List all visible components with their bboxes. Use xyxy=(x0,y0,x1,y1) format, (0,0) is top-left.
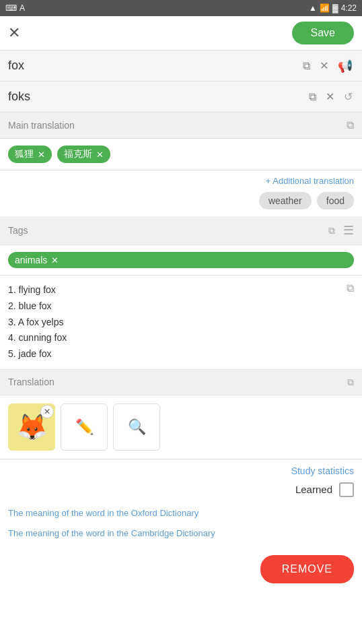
image-area: 🦊 ✕ ✏️ 🔍 xyxy=(0,395,362,459)
reload-phonetic-button[interactable]: ↺ xyxy=(342,89,354,104)
status-bar: ⌨ A ▲ 📶 ▓ 4:22 xyxy=(0,0,362,16)
search-image-icon: 🔍 xyxy=(128,418,146,436)
copy-tags-icon[interactable]: ⧉ xyxy=(328,225,335,236)
tags-label: Tags xyxy=(8,225,28,236)
tag-food[interactable]: food xyxy=(317,192,354,210)
tag-suggestions: weather food xyxy=(0,189,362,216)
oxford-link[interactable]: The meaning of the word in the Oxford Di… xyxy=(8,508,198,518)
tags-row: Tags ⧉ ☰ xyxy=(0,216,362,245)
sim-icon: 📶 xyxy=(320,3,330,13)
phonetic-input[interactable] xyxy=(8,84,307,109)
close-button[interactable]: ✕ xyxy=(8,26,20,40)
tag-weather[interactable]: weather xyxy=(259,192,312,210)
chip-animals-label: animals xyxy=(15,255,47,265)
chip-fukesu[interactable]: 福克斯 ✕ xyxy=(57,146,110,163)
remove-image-button[interactable]: ✕ xyxy=(40,405,54,418)
tags-icons: ⧉ ☰ xyxy=(328,223,354,238)
chip-huhu[interactable]: 狐狸 ✕ xyxy=(8,146,52,163)
main-translation-label: Main translation ⧉ xyxy=(0,112,362,139)
main-translation-chips: 狐狸 ✕ 福克斯 ✕ xyxy=(0,139,362,170)
a-icon: A xyxy=(20,3,25,13)
clear-word-button[interactable]: ✕ xyxy=(318,58,330,73)
example-3: 3. A fox yelps xyxy=(8,315,67,331)
image-placeholder-draw[interactable]: ✏️ xyxy=(61,404,108,451)
example-5: 5. jade fox xyxy=(8,346,67,362)
word-input[interactable] xyxy=(8,53,301,78)
wifi-icon: ▲ xyxy=(309,3,317,13)
image-placeholder-search[interactable]: 🔍 xyxy=(113,404,160,451)
cambridge-link-section: The meaning of the word in the Cambridge… xyxy=(0,521,362,542)
status-bar-left: ⌨ A xyxy=(5,3,25,13)
chip-label: 福克斯 xyxy=(64,148,92,160)
battery-icon: ▓ xyxy=(332,3,338,13)
study-stats-link[interactable]: Study statistics xyxy=(291,465,354,476)
copy-phonetic-button[interactable]: ⧉ xyxy=(307,90,318,104)
word-input-icons: ⧉ ✕ 📢 xyxy=(301,57,354,75)
example-2: 2. blue fox xyxy=(8,298,67,315)
animals-area: animals ✕ xyxy=(0,245,362,276)
save-button[interactable]: Save xyxy=(292,22,354,44)
chip-label: 狐狸 xyxy=(15,148,34,160)
examples-area: 1. flying fox 2. blue fox 3. A fox yelps… xyxy=(0,276,362,370)
copy-sentence-icon[interactable]: ⧉ xyxy=(347,377,354,388)
status-bar-right: ▲ 📶 ▓ 4:22 xyxy=(309,3,357,13)
phonetic-input-row: ⧉ ✕ ↺ xyxy=(0,82,362,112)
chip-remove-fukesu[interactable]: ✕ xyxy=(96,150,104,160)
additional-translation-link[interactable]: + Additional translation xyxy=(266,176,354,186)
oxford-link-section: The meaning of the word in the Oxford Di… xyxy=(0,504,362,521)
phonetic-input-icons: ⧉ ✕ ↺ xyxy=(307,89,354,104)
copy-word-button[interactable]: ⧉ xyxy=(301,59,312,73)
learned-label: Learned xyxy=(295,484,332,495)
copy-translation-icon[interactable]: ⧉ xyxy=(347,119,354,131)
time-display: 4:22 xyxy=(341,3,357,13)
top-bar: ✕ Save xyxy=(0,16,362,51)
example-4: 4. cunning fox xyxy=(8,330,67,346)
chip-remove-animals[interactable]: ✕ xyxy=(51,255,59,265)
chip-remove-huhu[interactable]: ✕ xyxy=(38,150,45,160)
chip-animals[interactable]: animals ✕ xyxy=(8,252,354,268)
learned-checkbox[interactable] xyxy=(339,482,354,497)
additional-translation-section: + Additional translation xyxy=(0,170,362,189)
word-input-row: ⧉ ✕ 📢 xyxy=(0,51,362,82)
speaker-button[interactable]: 📢 xyxy=(336,57,354,75)
learned-row: Learned xyxy=(0,480,362,504)
translation-label-text: Translation xyxy=(8,377,55,387)
cambridge-link[interactable]: The meaning of the word in the Cambridge… xyxy=(8,528,215,538)
keyboard-icon: ⌨ xyxy=(5,3,17,13)
image-thumb-fox: 🦊 ✕ xyxy=(8,404,55,451)
translation-label: Translation ⧉ xyxy=(0,370,362,395)
copy-examples-button[interactable]: ⧉ xyxy=(347,282,354,294)
example-1: 1. flying fox xyxy=(8,282,67,298)
menu-icon[interactable]: ☰ xyxy=(343,223,354,238)
remove-btn-area: REMOVE xyxy=(0,542,362,594)
study-stats-section: Study statistics xyxy=(0,459,362,480)
examples-text: 1. flying fox 2. blue fox 3. A fox yelps… xyxy=(8,282,67,362)
clear-phonetic-button[interactable]: ✕ xyxy=(324,89,336,104)
draw-icon: ✏️ xyxy=(75,418,94,436)
remove-button[interactable]: REMOVE xyxy=(260,555,354,583)
